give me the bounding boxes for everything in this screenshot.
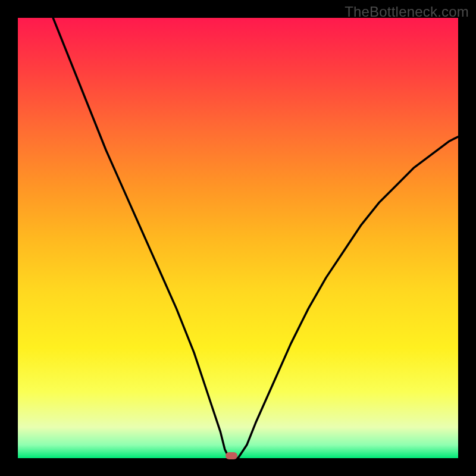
chart-area [18, 18, 458, 458]
optimal-marker [226, 452, 237, 459]
watermark-text: TheBottleneck.com [345, 4, 469, 20]
bottleneck-curve [18, 18, 458, 458]
